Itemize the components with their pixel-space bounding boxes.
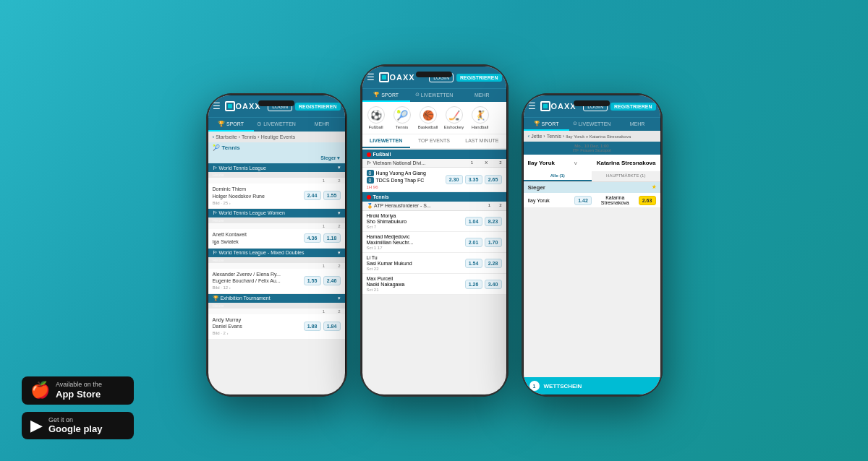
atp-odd1-2[interactable]: 8.23 bbox=[485, 217, 502, 226]
sport-handball[interactable]: 🤾 Handball bbox=[469, 106, 491, 129]
group-label-4: Heute bbox=[208, 303, 345, 309]
back-arrow[interactable]: ‹ bbox=[213, 134, 215, 140]
atp-odd4-1[interactable]: 1.26 bbox=[465, 280, 482, 289]
store-badges: 🍎 Available on the App Store ▶ Get it on… bbox=[22, 376, 134, 439]
col-headers-4: 12 bbox=[208, 309, 345, 314]
match-group-3: 🏳 World Tennis League - Mixed Doubles ▾ bbox=[208, 249, 345, 257]
sport-icons-row: ⚽ Fußball 🎾 Tennis 🏀 Basketball 🏒 Eishoc… bbox=[362, 102, 506, 134]
market-tab-alle[interactable]: Alle (1) bbox=[524, 171, 592, 181]
wettschein-bar[interactable]: 1 WETTSCHEIN bbox=[524, 377, 660, 395]
right-odd2[interactable]: 2.63 bbox=[639, 196, 656, 205]
nav-tab-mehr-left[interactable]: MEHR bbox=[299, 118, 345, 132]
odd-2-1[interactable]: 4.36 bbox=[304, 233, 321, 243]
subtab-lastminute[interactable]: LAST MINUTE bbox=[458, 134, 506, 148]
nav-tab-live-left[interactable]: ⊙ LIVEWETTEN bbox=[254, 118, 299, 132]
group-label-3: Heute bbox=[208, 257, 345, 263]
atp-odd2-2[interactable]: 1.70 bbox=[485, 238, 502, 247]
phone-right-screen: ☰ OAXX LOGIN REGISTRIEREN 🏆 SPORT ⊙ LIVE… bbox=[524, 95, 660, 395]
register-button-center[interactable]: REGISTRIEREN bbox=[456, 74, 502, 82]
atp-odd3-2[interactable]: 2.28 bbox=[485, 259, 502, 268]
live-icon: ⊙ bbox=[257, 121, 262, 127]
atp-match-4: Max Purcell Naoki Nakagawa Sct 21 1.26 3… bbox=[362, 274, 506, 295]
nav-tab-mehr-right[interactable]: MEHR bbox=[615, 118, 660, 131]
odd-4-1[interactable]: 1.88 bbox=[304, 322, 321, 331]
logo-square-c bbox=[379, 72, 389, 82]
market-tabs: Alle (1) HAUPTMÄRKTE (1) bbox=[524, 171, 660, 182]
subtab-live[interactable]: LIVEWETTEN bbox=[362, 134, 410, 148]
appstore-text: Available on the App Store bbox=[56, 381, 102, 400]
logo-text-left: OAXX bbox=[236, 102, 261, 111]
tennis-icon-c: 🎾 bbox=[393, 106, 411, 124]
live-icon-r: ⊙ bbox=[573, 121, 577, 126]
googleplay-icon: ▶ bbox=[30, 416, 43, 435]
odd-1-2[interactable]: 1.55 bbox=[323, 191, 341, 200]
atp-odd1-1[interactable]: 1.04 bbox=[465, 217, 482, 226]
handball-icon: 🤾 bbox=[472, 106, 489, 124]
bet-row-right: Ilay Yoruk 1.42 Katarina Stresnakova 2.6… bbox=[524, 193, 660, 208]
atp-match-2: Hamad Medjedovic Maximillian Neuchr... S… bbox=[362, 232, 506, 253]
odd-1-1[interactable]: 2.44 bbox=[304, 191, 321, 200]
atp-odds-2: 2.01 1.70 bbox=[465, 238, 502, 247]
app-header-left: ☰ OAXX LOGIN REGISTRIEREN bbox=[208, 95, 345, 117]
subtab-top[interactable]: TOP EVENTS bbox=[410, 134, 458, 148]
register-button-right[interactable]: REGISTRIEREN bbox=[610, 103, 656, 111]
vn-odd2[interactable]: 2.65 bbox=[485, 175, 502, 184]
odd-3-1[interactable]: 1.55 bbox=[304, 276, 321, 285]
odd-3-2[interactable]: 2.46 bbox=[323, 276, 341, 285]
eishockey-icon: 🏒 bbox=[446, 106, 463, 124]
appstore-badge[interactable]: 🍎 Available on the App Store bbox=[22, 376, 134, 404]
group-label-2: Heute bbox=[208, 217, 345, 223]
market-tab-haupt[interactable]: HAUPTMÄRKTE (1) bbox=[592, 171, 660, 181]
atp-odd3-1[interactable]: 1.54 bbox=[465, 259, 482, 268]
match-row-2: Anett Kontaveit Iga Swiatek 4.36 1.18 bbox=[208, 229, 345, 249]
hamburger-icon-right[interactable]: ☰ bbox=[528, 101, 536, 111]
phones-container: ☰ OAXX LOGIN REGISTRIEREN 🏆 SPORT ⊙ LIVE… bbox=[0, 0, 868, 461]
atp-match-3: Li Tu Sasi Kumar Mukund Sct 22 1.54 2.28 bbox=[362, 253, 506, 274]
right-odd1[interactable]: 1.42 bbox=[574, 196, 592, 205]
hamburger-icon[interactable]: ☰ bbox=[213, 101, 221, 111]
vn-odd1[interactable]: 2.30 bbox=[446, 175, 463, 184]
nav-tab-live-center[interactable]: ⊙ LIVEWETTEN bbox=[410, 89, 458, 102]
sport-eishockey[interactable]: 🏒 Eishockey bbox=[443, 106, 465, 129]
logo-center: OAXX bbox=[379, 72, 415, 82]
match-teams-1: Dominic Thiem Holger Noedskov Rune Bild … bbox=[213, 186, 304, 206]
nav-tab-sport-right[interactable]: 🏆 SPORT bbox=[524, 118, 569, 131]
fussball-icon: ⚽ bbox=[367, 106, 385, 124]
nav-tab-sport-center[interactable]: 🏆 SPORT bbox=[362, 89, 410, 102]
register-button-left[interactable]: REGISTRIEREN bbox=[295, 103, 341, 111]
odd-4-2[interactable]: 1.84 bbox=[323, 322, 341, 331]
match-odds-4: 1.88 1.84 bbox=[304, 322, 341, 331]
sport-nav-icon-c: 🏆 bbox=[373, 92, 380, 98]
sport-tennis[interactable]: 🎾 Tennis bbox=[391, 106, 413, 129]
atp-odds-4: 1.26 3.40 bbox=[465, 280, 502, 289]
back-arrow-right[interactable]: ‹ bbox=[528, 133, 530, 139]
tennis-icon: 🎾 bbox=[213, 145, 220, 151]
appstore-bottom: App Store bbox=[56, 389, 102, 400]
logo-text-center: OAXX bbox=[390, 73, 415, 82]
nav-tab-mehr-center[interactable]: MEHR bbox=[458, 89, 506, 102]
match-row-3: Alexander Zverev / Elena Ry... Eugenie B… bbox=[208, 269, 345, 294]
nav-tab-sport-left[interactable]: 🏆 SPORT bbox=[208, 118, 254, 132]
googleplay-badge[interactable]: ▶ Get it on Google play bbox=[22, 412, 134, 439]
match-teams-2: Anett Kontaveit Iga Swiatek bbox=[213, 231, 304, 246]
app-header-center: ☰ OAXX LOGIN REGISTRIEREN bbox=[362, 66, 506, 88]
atp-odd2-1[interactable]: 2.01 bbox=[465, 238, 482, 247]
match-detail-teams: Ilay Yoruk v Katarina Stresnakova bbox=[524, 155, 660, 171]
sport-basketball[interactable]: 🏀 Basketball bbox=[417, 106, 439, 129]
hamburger-icon-center[interactable]: ☰ bbox=[367, 72, 375, 82]
match-groups-left: 🏳 World Tennis League ▾ Heute 12 Dominic… bbox=[208, 163, 345, 395]
match-tournament: ITF Frauen Sozopol bbox=[528, 148, 656, 152]
vn-oddx[interactable]: 3.35 bbox=[465, 175, 482, 184]
atp-odd4-2[interactable]: 3.40 bbox=[485, 280, 502, 289]
sport-fussball[interactable]: ⚽ Fußball bbox=[365, 106, 387, 129]
group-label-1: Heute bbox=[208, 172, 345, 178]
match-row-4: Andy Murray Daniel Evans Bild · 2 › 1.88… bbox=[208, 314, 345, 340]
match-odds-3: 1.55 2.46 bbox=[304, 276, 341, 285]
section-header-left: 🎾 Tennis bbox=[208, 142, 345, 153]
nav-tabs-center: 🏆 SPORT ⊙ LIVEWETTEN MEHR bbox=[362, 88, 506, 102]
odd-2-2[interactable]: 1.18 bbox=[323, 233, 341, 243]
nav-tab-live-right[interactable]: ⊙ LIVEWETTEN bbox=[569, 118, 615, 131]
logo-left: OAXX bbox=[225, 101, 261, 111]
phone-left: ☰ OAXX LOGIN REGISTRIEREN 🏆 SPORT ⊙ LIVE… bbox=[206, 93, 347, 397]
googleplay-text: Get it on Google play bbox=[48, 416, 102, 435]
